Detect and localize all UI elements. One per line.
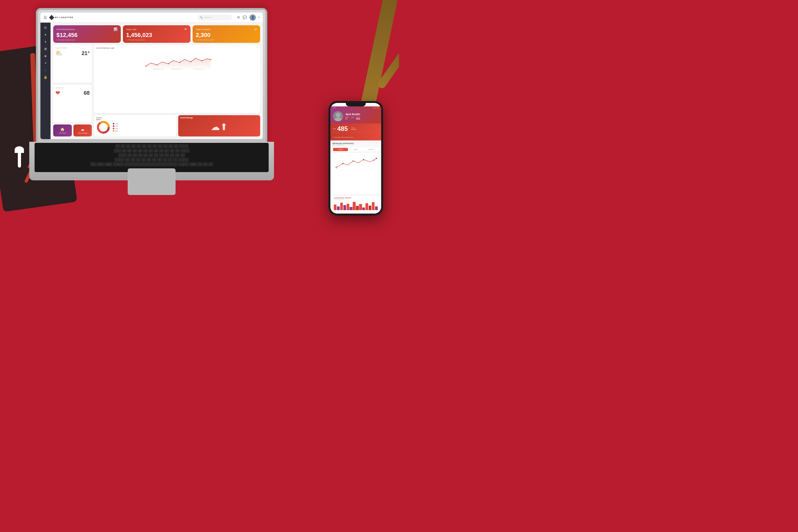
- key[interactable]: 8: [158, 144, 163, 148]
- key[interactable]: Ü: [175, 149, 180, 153]
- hamburger-icon[interactable]: ☰: [44, 15, 47, 20]
- phone-chart-widget: [332, 153, 379, 194]
- key[interactable]: M: [157, 158, 162, 162]
- key[interactable]: S: [132, 153, 137, 157]
- key[interactable]: E: [132, 149, 137, 153]
- sidebar-icon-target[interactable]: ◎: [44, 26, 47, 29]
- key-enter[interactable]: ⏎: [180, 149, 190, 153]
- legend-item-3: 15%: [113, 128, 118, 129]
- dots-cloud[interactable]: ···: [256, 116, 258, 119]
- svg-point-5: [157, 64, 158, 65]
- key-space[interactable]: [124, 162, 177, 166]
- dots-weather[interactable]: ···: [88, 46, 90, 49]
- key[interactable]: K: [165, 153, 169, 157]
- tab-week[interactable]: WEEK: [348, 148, 363, 151]
- main-area: Current Month Revenue 📊 $12,456 ⊙5% high…: [51, 23, 263, 139]
- key[interactable]: -: [173, 158, 178, 162]
- tab-today[interactable]: TODAY: [333, 148, 348, 151]
- key[interactable]: .: [168, 158, 173, 162]
- key[interactable]: Ä: [180, 153, 185, 157]
- sidebar-icon-circle[interactable]: ○: [45, 69, 46, 72]
- key-option-l[interactable]: option: [104, 162, 113, 166]
- tab-month[interactable]: MONTH: [364, 148, 379, 151]
- user-panel-label: User Panel: [59, 132, 66, 134]
- key[interactable]: 3: [131, 144, 136, 148]
- key[interactable]: G: [148, 153, 153, 157]
- key-shift-r[interactable]: ⇧: [178, 158, 189, 162]
- key[interactable]: R: [138, 149, 142, 153]
- touchpad[interactable]: [128, 168, 175, 195]
- cloud-widget-title: Cloud Storage: [180, 117, 193, 119]
- cloud-storage-label: Cloud Storage: [78, 132, 87, 134]
- key[interactable]: J: [159, 153, 164, 157]
- user-panel-button[interactable]: 🏠 User Panel: [53, 125, 72, 136]
- sidebar-icon-heart[interactable]: ♥: [45, 40, 46, 43]
- laptop-lid: ☰ MY LOGOTYPE 🔍 Search for... ✉ 💬 👤 ▾: [36, 8, 267, 144]
- key-shift-l[interactable]: ⇧: [115, 158, 125, 162]
- key-updown[interactable]: ▲▼: [203, 162, 208, 166]
- key-cmd-r[interactable]: ⌘: [178, 162, 189, 166]
- avatar[interactable]: 👤: [249, 14, 256, 21]
- key[interactable]: I: [159, 149, 164, 153]
- dots-status[interactable]: ···: [172, 116, 174, 119]
- key[interactable]: 1: [120, 144, 125, 148]
- health-title: Health Care: [55, 87, 90, 89]
- key-ctrl[interactable]: ctrl: [97, 162, 104, 166]
- key[interactable]: U: [154, 149, 158, 153]
- sidebar-icon-lock[interactable]: 🔒: [44, 76, 48, 79]
- key-backspace[interactable]: ←: [179, 144, 188, 148]
- search-bar[interactable]: 🔍 Search for...: [198, 15, 232, 20]
- chat-icon[interactable]: 💬: [243, 15, 247, 19]
- key-option-r[interactable]: option: [189, 162, 197, 166]
- key[interactable]: 0: [168, 144, 173, 148]
- key[interactable]: H: [154, 153, 158, 157]
- stats-row: Current Month Revenue 📊 $12,456 ⊙5% high…: [53, 25, 260, 43]
- key-cmd-l[interactable]: ⌘: [113, 162, 124, 166]
- key[interactable]: Q: [122, 149, 127, 153]
- visits-title: Today's Visits: [126, 28, 136, 30]
- sidebar-icon-chart[interactable]: ▦: [44, 47, 47, 51]
- key[interactable]: Y: [125, 158, 130, 162]
- key[interactable]: O: [165, 149, 169, 153]
- sidebar-icon-star[interactable]: ★: [44, 33, 47, 36]
- dots-memory[interactable]: ···: [256, 46, 258, 49]
- key[interactable]: 6: [147, 144, 152, 148]
- key[interactable]: T: [143, 149, 148, 153]
- key[interactable]: Ö: [175, 153, 180, 157]
- key[interactable]: Z: [148, 149, 153, 153]
- key-right[interactable]: ▷: [208, 162, 213, 166]
- key-caps[interactable]: ⇪: [118, 153, 127, 157]
- dots-health[interactable]: ···: [88, 86, 90, 89]
- key[interactable]: V: [141, 158, 146, 162]
- key[interactable]: 5: [142, 144, 147, 148]
- key[interactable]: L: [170, 153, 174, 157]
- key[interactable]: B: [147, 158, 151, 162]
- cloud-storage-button[interactable]: ☁ Cloud Storage: [73, 125, 92, 136]
- key[interactable]: P: [170, 149, 174, 153]
- key[interactable]: 2: [126, 144, 131, 148]
- key[interactable]: C: [136, 158, 141, 162]
- key[interactable]: N: [152, 158, 157, 162]
- key-tab[interactable]: ⇥: [114, 149, 121, 153]
- sidebar-icon-send[interactable]: ✈: [44, 61, 47, 65]
- key[interactable]: F: [143, 153, 148, 157]
- key[interactable]: W: [127, 149, 132, 153]
- revenue-icon: 📊: [114, 27, 118, 31]
- key[interactable]: ß: [174, 144, 178, 148]
- logo-text: MY LOGOTYPE: [55, 16, 73, 19]
- key[interactable]: A: [127, 153, 132, 157]
- key[interactable]: ,: [163, 158, 167, 162]
- svg-point-6: [168, 63, 169, 64]
- key[interactable]: X: [131, 158, 135, 162]
- bar: [372, 202, 375, 210]
- widgets-row: ··· Current Weather ⛅ 21° ···: [53, 45, 260, 136]
- key-fn[interactable]: fn: [90, 162, 96, 166]
- key-left[interactable]: ◁: [198, 162, 203, 166]
- key[interactable]: D: [138, 153, 142, 157]
- key[interactable]: 4: [136, 144, 141, 148]
- key[interactable]: 7: [152, 144, 157, 148]
- mail-icon[interactable]: ✉: [237, 15, 240, 19]
- key[interactable]: ^: [115, 144, 120, 148]
- key[interactable]: 9: [163, 144, 168, 148]
- sidebar-icon-location[interactable]: ◉: [44, 54, 47, 58]
